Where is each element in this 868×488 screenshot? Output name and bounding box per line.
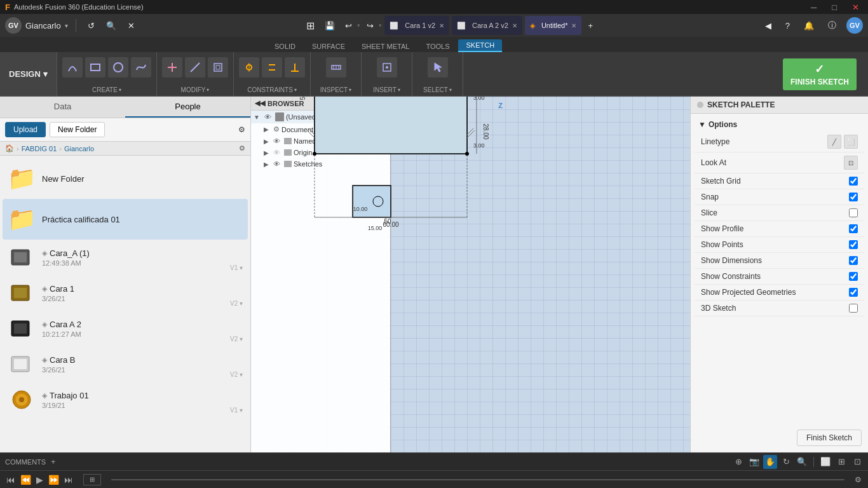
spline-tool[interactable] — [131, 57, 151, 78]
linetype-btn2[interactable]: ⬜ — [844, 135, 858, 149]
navigate-icon[interactable]: ⊕ — [731, 455, 745, 469]
add-comment-icon[interactable]: + — [51, 458, 55, 466]
redo-button[interactable]: ↪ — [363, 19, 377, 32]
showprofile-checkbox[interactable] — [849, 224, 858, 233]
create-label[interactable]: CREATE▾ — [92, 84, 121, 93]
display-settings-icon[interactable]: ⊡ — [850, 455, 864, 469]
circle-tool[interactable] — [108, 57, 128, 78]
parallel-constraint[interactable] — [262, 57, 282, 78]
constraints-label[interactable]: CONSTRAINTS▾ — [247, 84, 297, 93]
tab-caraa2v2-close[interactable]: ✕ — [512, 22, 517, 29]
breadcrumb-fabdig[interactable]: FABDIG 01 — [22, 145, 57, 152]
finish-sketch-button[interactable]: ✓ FINISH SKETCH — [783, 58, 857, 90]
tab-sheet-metal[interactable]: SHEET METAL — [354, 41, 417, 52]
eye-icon[interactable]: 👁 — [264, 113, 271, 121]
offset-tool[interactable] — [208, 57, 228, 78]
close-account-button[interactable]: ✕ — [124, 19, 139, 32]
showpoints-checkbox[interactable] — [849, 240, 858, 249]
browser-prev-icon[interactable]: ◀◀ — [255, 99, 265, 107]
list-item-caraa2[interactable]: ◈ Cara A 2 10:21:27 AM V2 ▾ — [3, 311, 248, 346]
select-label[interactable]: SELECT▾ — [423, 84, 452, 93]
3dsketch-checkbox[interactable] — [849, 304, 858, 313]
measure-tool[interactable] — [326, 57, 346, 78]
last-frame-button[interactable]: ⏭ — [64, 475, 73, 485]
list-item-trabajo[interactable]: ◈ Trabajo 01 3/19/21 V1 ▾ — [3, 382, 248, 417]
help-button[interactable]: ? — [782, 19, 794, 32]
tab-caraa2v2[interactable]: ⬜ Cara A 2 v2 ✕ — [452, 16, 522, 35]
timeline-settings-icon[interactable]: ⚙ — [855, 475, 862, 484]
list-item-new-folder[interactable]: 📁 New Folder — [3, 158, 248, 199]
slice-checkbox[interactable] — [849, 208, 858, 217]
account-name[interactable]: Giancarlo — [25, 21, 61, 30]
tab-cara1v2[interactable]: ⬜ Cara 1 v2 ✕ — [384, 16, 449, 35]
tab-people[interactable]: People — [125, 97, 250, 118]
prev-frame-button[interactable]: ⏪ — [20, 475, 31, 485]
tab-tools[interactable]: TOOLS — [418, 41, 457, 52]
canvas-area[interactable]: ◀◀ BROWSER ▼ 👁 (Unsaved) ⚙ ▶ ⚙ Document … — [251, 97, 690, 452]
tab-cara1v2-close[interactable]: ✕ — [439, 22, 444, 29]
refresh-button[interactable]: ↺ — [84, 19, 98, 32]
grid-icon[interactable]: ⊞ — [834, 455, 848, 469]
trim-tool[interactable] — [162, 57, 182, 78]
prev-button[interactable]: ◀ — [761, 19, 775, 32]
grid-button[interactable]: ⊞ — [302, 18, 318, 34]
list-item-practica[interactable]: 📁 Práctica calificada 01 — [3, 199, 248, 240]
list-item-caraa1[interactable]: ◈ Cara_A (1) 12:49:38 AM V1 ▾ — [3, 240, 248, 275]
rotate-icon[interactable]: ↻ — [779, 455, 793, 469]
tab-sketch[interactable]: SKETCH — [458, 39, 502, 52]
rectangle-tool[interactable] — [85, 57, 105, 78]
new-tab-button[interactable]: + — [584, 19, 597, 32]
insert-tool[interactable] — [377, 57, 397, 78]
perpendicular-constraint[interactable] — [285, 57, 305, 78]
save-button[interactable]: 💾 — [321, 19, 339, 32]
close-button[interactable]: ✕ — [848, 3, 863, 12]
maximize-button[interactable]: □ — [828, 3, 841, 12]
tab-untitled[interactable]: ◈ Untitled* ✕ — [525, 16, 582, 35]
options-header[interactable]: ▼ Options — [695, 118, 864, 132]
first-frame-button[interactable]: ⏮ — [6, 475, 15, 485]
next-frame-button[interactable]: ⏩ — [48, 475, 59, 485]
showdimensions-checkbox[interactable] — [849, 256, 858, 265]
inspect-label[interactable]: INSPECT▾ — [320, 84, 351, 93]
linetype-btn1[interactable]: ╱ — [827, 135, 841, 149]
breadcrumb-settings-icon[interactable]: ⚙ — [239, 144, 245, 152]
finish-sketch-bottom-button[interactable]: Finish Sketch — [797, 430, 862, 446]
help2-button[interactable]: ⓘ — [824, 18, 840, 33]
coincident-constraint[interactable] — [239, 57, 259, 78]
design-dropdown[interactable]: DESIGN ▾ — [0, 52, 57, 96]
list-item-carab[interactable]: ◈ Cara B 3/26/21 V2 ▾ — [3, 346, 248, 382]
settings-icon[interactable]: ⚙ — [238, 125, 245, 134]
pan-icon[interactable]: ✋ — [763, 455, 777, 469]
showconstraints-checkbox[interactable] — [849, 272, 858, 281]
view-cube-icon[interactable]: ⬜ — [818, 455, 832, 469]
new-folder-button[interactable]: New Folder — [50, 122, 105, 137]
timeline-track[interactable] — [111, 479, 844, 480]
modify-label[interactable]: MODIFY▾ — [181, 84, 210, 93]
insert-label[interactable]: INSERT▾ — [373, 84, 400, 93]
sketchgrid-checkbox[interactable] — [849, 177, 858, 186]
breadcrumb-home-icon[interactable]: 🏠 — [5, 144, 14, 152]
showprojected-checkbox[interactable] — [849, 288, 858, 297]
breadcrumb-giancarlo[interactable]: Giancarlo — [64, 145, 94, 152]
list-item-cara1[interactable]: ◈ Cara 1 3/26/21 V2 ▾ — [3, 275, 248, 311]
account-chevron-icon[interactable]: ▾ — [65, 22, 68, 29]
user-avatar2[interactable]: GV — [846, 17, 863, 34]
play-button[interactable]: ▶ — [36, 475, 43, 485]
tab-solid[interactable]: SOLID — [267, 41, 303, 52]
tab-untitled-close[interactable]: ✕ — [571, 22, 576, 29]
select-tool[interactable] — [428, 57, 448, 78]
snap-checkbox[interactable] — [849, 193, 858, 201]
search-button[interactable]: 🔍 — [102, 19, 120, 32]
user-avatar[interactable]: GV — [5, 17, 22, 34]
frame-select-button[interactable]: ⊞ — [83, 474, 101, 485]
undo-button[interactable]: ↩ — [341, 19, 356, 32]
upload-button[interactable]: Upload — [5, 122, 46, 137]
zoom-icon[interactable]: 🔍 — [795, 455, 809, 469]
extend-tool[interactable] — [185, 57, 205, 78]
tab-data[interactable]: Data — [0, 97, 125, 118]
minimize-button[interactable]: ─ — [807, 3, 820, 12]
titlebar-controls[interactable]: ─ □ ✕ — [807, 3, 863, 12]
camera-icon[interactable]: 📷 — [747, 455, 761, 469]
arc-tool[interactable] — [62, 57, 83, 78]
lookat-btn[interactable]: ⊡ — [844, 156, 858, 170]
